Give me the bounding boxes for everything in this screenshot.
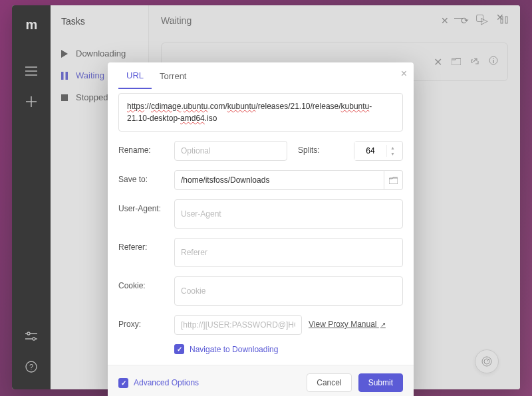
splits-input[interactable]	[354, 142, 386, 160]
navigate-checkbox[interactable]: ✓	[174, 344, 184, 354]
submit-button[interactable]: Submit	[358, 373, 403, 392]
proxy-label: Proxy:	[118, 315, 168, 329]
user-agent-input[interactable]	[174, 199, 403, 229]
close-icon[interactable]: ×	[401, 68, 407, 80]
referer-input[interactable]	[174, 238, 403, 267]
navigate-label: Navigate to Downloading	[190, 345, 278, 354]
stepper-down-icon[interactable]: ▼	[387, 151, 398, 157]
external-link-icon: ↗	[380, 321, 386, 328]
browse-folder-icon[interactable]	[384, 170, 403, 190]
stepper-up-icon[interactable]: ▲	[387, 145, 398, 151]
advanced-label: Advanced Options	[134, 378, 199, 387]
proxy-input[interactable]	[174, 315, 302, 335]
user-agent-label: User-Agent:	[118, 199, 168, 213]
add-task-modal: URL Torrent × https://cdimage.ubuntu.com…	[108, 62, 414, 396]
cookie-input[interactable]	[174, 276, 403, 306]
save-to-label: Save to:	[118, 170, 168, 184]
save-to-input[interactable]	[174, 170, 384, 190]
rename-input[interactable]	[174, 141, 287, 161]
cancel-button[interactable]: Cancel	[307, 373, 351, 392]
referer-label: Referer:	[118, 238, 168, 252]
tab-torrent[interactable]: Torrent	[152, 62, 194, 89]
proxy-manual-link[interactable]: View Proxy Manual ↗	[309, 315, 386, 329]
advanced-checkbox[interactable]: ✓	[118, 378, 128, 388]
tab-url[interactable]: URL	[118, 62, 152, 89]
cookie-label: Cookie:	[118, 276, 168, 290]
splits-stepper[interactable]: ▲▼	[354, 141, 403, 161]
splits-label: Splits:	[294, 141, 320, 155]
modal-footer: ✓ Advanced Options Cancel Submit	[108, 365, 414, 396]
modal-tabs: URL Torrent ×	[108, 62, 414, 89]
url-input[interactable]: https://cdimage.ubuntu.com/kubuntu/relea…	[118, 93, 403, 132]
rename-label: Rename:	[118, 141, 168, 155]
